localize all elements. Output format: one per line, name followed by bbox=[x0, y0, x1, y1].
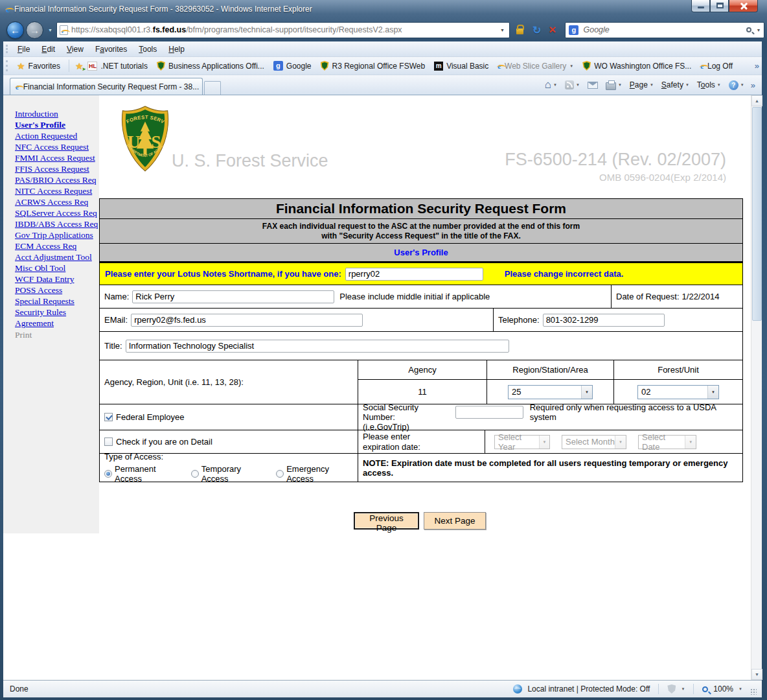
search-dropdown-icon[interactable]: ▼ bbox=[757, 28, 761, 32]
more-commands-chevron[interactable]: » bbox=[751, 80, 758, 90]
menu-file[interactable]: File bbox=[12, 43, 36, 56]
favorite-business-applications[interactable]: Business Applications Offi... bbox=[152, 59, 269, 73]
minimize-button[interactable] bbox=[691, 0, 710, 12]
history-dropdown-icon[interactable]: ▼ bbox=[48, 28, 52, 32]
name-row: Name: Please include middle initial if a… bbox=[100, 285, 742, 308]
feeds-button[interactable]: ▼ bbox=[562, 79, 582, 91]
menu-view[interactable]: View bbox=[61, 43, 89, 56]
sidebar-item-misc-obl[interactable]: Misc Obl Tool bbox=[15, 262, 99, 274]
more-favorites-chevron[interactable]: » bbox=[755, 61, 762, 71]
job-title-label: Title: bbox=[104, 341, 122, 351]
new-tab-button[interactable] bbox=[204, 81, 221, 95]
sidebar-item-users-profile[interactable]: User's Profile bbox=[15, 119, 99, 130]
sidebar-item-agreement[interactable]: Agreement bbox=[15, 318, 99, 329]
favorite-google[interactable]: g Google bbox=[269, 59, 316, 73]
detail-row: Check if you are on Detail Please enter … bbox=[100, 430, 742, 453]
address-bar[interactable]: e https://sxabqsql001.r3.fs.fed.us/bfm/p… bbox=[56, 22, 510, 38]
favorite-net-tutorials[interactable]: HL .NET tutorials bbox=[83, 60, 152, 73]
scroll-down-button[interactable]: ▼ bbox=[751, 669, 762, 680]
sidebar-item-pas-brio-access[interactable]: PAS/BRIO Access Req bbox=[15, 174, 99, 185]
sidebar-item-ffis-access[interactable]: FFIS Access Request bbox=[15, 163, 99, 174]
google-provider-icon: g bbox=[569, 25, 578, 35]
refresh-button[interactable]: ↻ bbox=[532, 24, 541, 36]
vertical-scrollbar[interactable]: ▲ ▼ bbox=[751, 95, 762, 680]
next-page-button[interactable]: Next Page bbox=[424, 512, 486, 530]
permanent-access-radio[interactable] bbox=[104, 470, 112, 478]
search-icon[interactable] bbox=[746, 27, 751, 32]
federal-employee-label: Federal Employee bbox=[116, 412, 185, 422]
home-button[interactable]: ⌂▼ bbox=[542, 79, 560, 91]
safety-menu[interactable]: Safety▼ bbox=[659, 79, 692, 91]
sidebar-item-acrws-access[interactable]: ACRWS Access Req bbox=[15, 196, 99, 207]
favorite-r3-regional-office[interactable]: R3 Regional Office FSWeb bbox=[316, 59, 430, 73]
temporary-access-radio[interactable] bbox=[191, 470, 199, 478]
menu-tools[interactable]: Tools bbox=[133, 43, 163, 56]
name-label: Name: bbox=[104, 292, 129, 301]
sidebar-item-poss-access[interactable]: POSS Access bbox=[15, 285, 99, 296]
favorite-web-slice-gallery[interactable]: e Web Slice Gallery ▼ bbox=[493, 60, 578, 73]
sidebar-item-action-requested[interactable]: Action Requested bbox=[15, 130, 99, 141]
on-detail-checkbox[interactable] bbox=[104, 438, 113, 446]
sidebar-item-acct-adjustment[interactable]: Acct Adjustment Tool bbox=[15, 251, 99, 262]
scrollbar-thumb[interactable] bbox=[752, 107, 762, 321]
name-input[interactable] bbox=[132, 290, 334, 303]
emergency-access-radio[interactable] bbox=[276, 470, 284, 478]
printer-icon bbox=[606, 82, 616, 90]
ie-icon: e bbox=[16, 82, 19, 91]
region-select[interactable]: 25 ▼ bbox=[508, 385, 593, 399]
favorite-log-off[interactable]: e Log Off bbox=[696, 60, 737, 73]
previous-page-button[interactable]: Previous Page bbox=[354, 512, 419, 530]
menu-edit[interactable]: Edit bbox=[36, 43, 61, 56]
expiration-day-select: Select Date ▼ bbox=[638, 435, 696, 449]
sidebar-item-wcf-data-entry[interactable]: WCF Data Entry bbox=[15, 274, 99, 285]
sidebar-item-ibdb-abs-access[interactable]: IBDB/ABS Access Req bbox=[15, 218, 99, 229]
print-button[interactable]: ▼ bbox=[603, 79, 624, 91]
scroll-up-button[interactable]: ▲ bbox=[751, 95, 762, 106]
sidebar-item-special-requests[interactable]: Special Requests bbox=[15, 296, 99, 307]
read-mail-button[interactable] bbox=[585, 80, 601, 90]
sidebar-item-ecm-access[interactable]: ECM Access Req bbox=[15, 240, 99, 251]
zoom-dropdown-icon[interactable]: ▼ bbox=[738, 687, 742, 691]
help-icon: ? bbox=[729, 80, 738, 90]
search-input[interactable]: Google bbox=[583, 25, 609, 34]
favorites-button[interactable]: ★ Favorites bbox=[12, 59, 65, 73]
shortname-input[interactable] bbox=[345, 268, 483, 281]
sidebar-item-nfc-access[interactable]: NFC Access Request bbox=[15, 141, 99, 152]
add-favorite-button[interactable]: ★ bbox=[75, 61, 84, 71]
menu-help[interactable]: Help bbox=[163, 43, 190, 56]
tools-menu[interactable]: Tools▼ bbox=[694, 79, 724, 91]
sidebar-item-sqlserver-access[interactable]: SQLServer Access Req bbox=[15, 207, 99, 218]
tab-title: Financial Information Security Request F… bbox=[23, 82, 199, 91]
navigation-bar: ← → ▼ e https://sxabqsql001.r3.fs.fed.us… bbox=[0, 18, 767, 41]
sidebar-item-introduction[interactable]: Introduction bbox=[15, 108, 99, 119]
federal-employee-checkbox[interactable] bbox=[104, 413, 113, 421]
security-dropdown-icon[interactable]: ▼ bbox=[681, 687, 685, 691]
browser-window: e Financial Information Security Request… bbox=[0, 0, 767, 700]
telephone-input[interactable] bbox=[543, 314, 665, 327]
favorite-wo-washington-office[interactable]: WO Washington Office FS... bbox=[578, 59, 696, 73]
favorite-visual-basic[interactable]: m Visual Basic bbox=[429, 60, 493, 73]
address-dropdown-icon[interactable]: ▼ bbox=[498, 28, 507, 32]
back-button[interactable]: ← bbox=[6, 21, 24, 39]
close-button[interactable] bbox=[729, 0, 758, 12]
forest-select[interactable]: 02 ▼ bbox=[637, 385, 719, 399]
status-text: Done bbox=[3, 684, 29, 694]
active-tab[interactable]: e Financial Information Security Request… bbox=[10, 78, 203, 95]
ssn-input[interactable] bbox=[455, 406, 523, 419]
menu-favorites[interactable]: Favorites bbox=[89, 43, 133, 56]
sidebar-item-fmmi-access[interactable]: FMMI Access Request bbox=[15, 152, 99, 163]
search-box[interactable]: g Google ▼ bbox=[565, 22, 764, 38]
maximize-button[interactable] bbox=[710, 0, 729, 12]
forward-button[interactable]: → bbox=[26, 21, 43, 39]
sidebar-item-gov-trip[interactable]: Gov Trip Applications bbox=[15, 229, 99, 240]
stop-button[interactable]: × bbox=[549, 23, 556, 37]
email-input[interactable] bbox=[131, 314, 363, 327]
date-of-request-value: 1/22/2014 bbox=[682, 292, 720, 301]
page-menu[interactable]: Page▼ bbox=[627, 79, 656, 91]
zoom-level[interactable]: 100% bbox=[713, 684, 733, 694]
sidebar-item-security-rules[interactable]: Security Rules bbox=[15, 307, 99, 318]
sidebar-item-nitc-access[interactable]: NITC Access Request bbox=[15, 185, 99, 196]
help-menu[interactable]: ?▼ bbox=[726, 79, 747, 91]
agency-column-header: Agency bbox=[358, 360, 487, 380]
job-title-input[interactable] bbox=[126, 340, 509, 353]
